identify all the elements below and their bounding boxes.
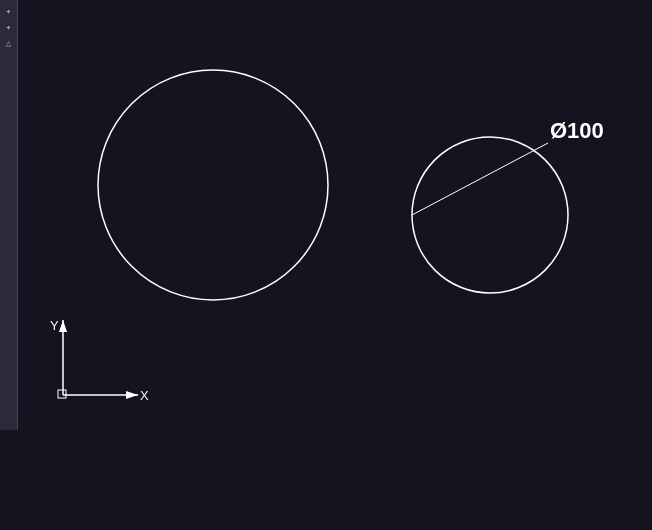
toolbar-icon-3[interactable]: △ [2,36,16,50]
toolbar-icon-2[interactable]: ✦ [2,20,16,34]
cad-canvas: ✦ ✦ △ Ø100 Y X [0,0,652,530]
left-toolbar: ✦ ✦ △ [0,0,18,430]
x-axis-label: X [140,388,149,403]
svg-rect-0 [18,0,652,530]
toolbar-icon-1[interactable]: ✦ [2,4,16,18]
diameter-label: Ø100 [550,118,604,143]
y-axis-label: Y [50,318,59,333]
drawing-canvas: Ø100 Y X [18,0,652,530]
